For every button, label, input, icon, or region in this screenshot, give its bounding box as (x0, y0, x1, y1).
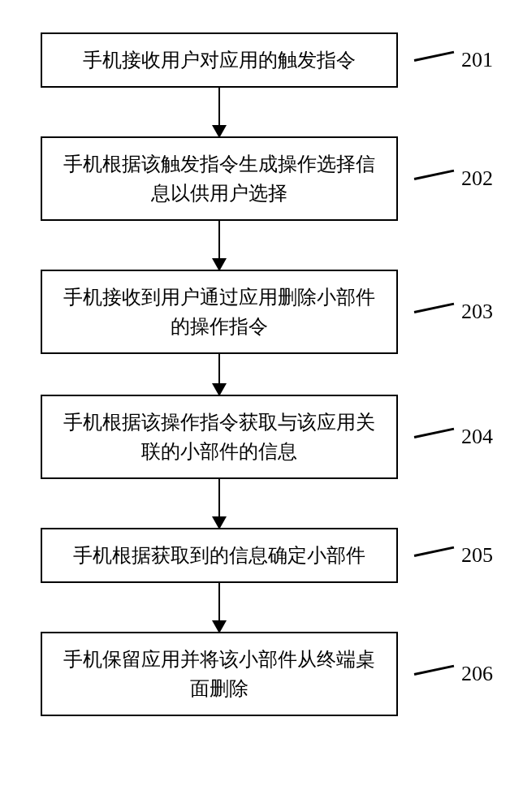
arrow-icon (218, 221, 221, 270)
arrow-icon (218, 583, 221, 632)
arrow-3-4 (41, 354, 398, 395)
step-box-205: 手机根据获取到的信息确定小部件 (41, 528, 398, 583)
arrow-4-5 (41, 479, 398, 528)
label-connector (414, 50, 454, 61)
flowchart-container: 手机接收用户对应用的触发指令 201 手机根据该触发指令生成操作选择信息以供用户… (41, 32, 482, 716)
label-connector (414, 664, 454, 675)
step-label-206: 206 (414, 662, 493, 686)
step-text: 手机保留应用并将该小部件从终端桌面删除 (58, 645, 380, 703)
step-box-201: 手机接收用户对应用的触发指令 (41, 32, 398, 88)
step-row-203: 手机接收到用户通过应用删除小部件的操作指令 203 (41, 270, 482, 354)
label-number: 205 (461, 543, 493, 568)
step-row-202: 手机根据该触发指令生成操作选择信息以供用户选择 202 (41, 136, 482, 221)
label-number: 202 (461, 166, 493, 191)
step-label-204: 204 (414, 425, 493, 449)
step-label-202: 202 (414, 166, 493, 191)
step-row-205: 手机根据获取到的信息确定小部件 205 (41, 528, 482, 583)
label-connector (414, 427, 454, 438)
arrow-2-3 (41, 221, 398, 270)
step-label-201: 201 (414, 48, 493, 72)
label-connector (414, 169, 454, 179)
label-number: 204 (461, 425, 493, 449)
step-text: 手机接收用户对应用的触发指令 (83, 45, 356, 75)
step-text: 手机接收到用户通过应用删除小部件的操作指令 (58, 283, 380, 341)
step-row-201: 手机接收用户对应用的触发指令 201 (41, 32, 482, 88)
label-connector (414, 546, 454, 556)
label-connector (414, 302, 454, 313)
arrow-icon (218, 354, 221, 395)
step-row-206: 手机保留应用并将该小部件从终端桌面删除 206 (41, 632, 482, 716)
step-text: 手机根据该触发指令生成操作选择信息以供用户选择 (58, 149, 380, 208)
step-box-202: 手机根据该触发指令生成操作选择信息以供用户选择 (41, 136, 398, 221)
arrow-icon (218, 88, 221, 136)
step-text: 手机根据获取到的信息确定小部件 (73, 541, 365, 570)
step-box-204: 手机根据该操作指令获取与该应用关联的小部件的信息 (41, 395, 398, 479)
label-number: 206 (461, 662, 493, 686)
arrow-5-6 (41, 583, 398, 632)
arrow-icon (218, 479, 221, 528)
arrow-1-2 (41, 88, 398, 136)
step-label-203: 203 (414, 300, 493, 324)
label-number: 201 (461, 48, 493, 72)
step-label-205: 205 (414, 543, 493, 568)
label-number: 203 (461, 300, 493, 324)
step-box-203: 手机接收到用户通过应用删除小部件的操作指令 (41, 270, 398, 354)
step-text: 手机根据该操作指令获取与该应用关联的小部件的信息 (58, 408, 380, 466)
step-row-204: 手机根据该操作指令获取与该应用关联的小部件的信息 204 (41, 395, 482, 479)
step-box-206: 手机保留应用并将该小部件从终端桌面删除 (41, 632, 398, 716)
